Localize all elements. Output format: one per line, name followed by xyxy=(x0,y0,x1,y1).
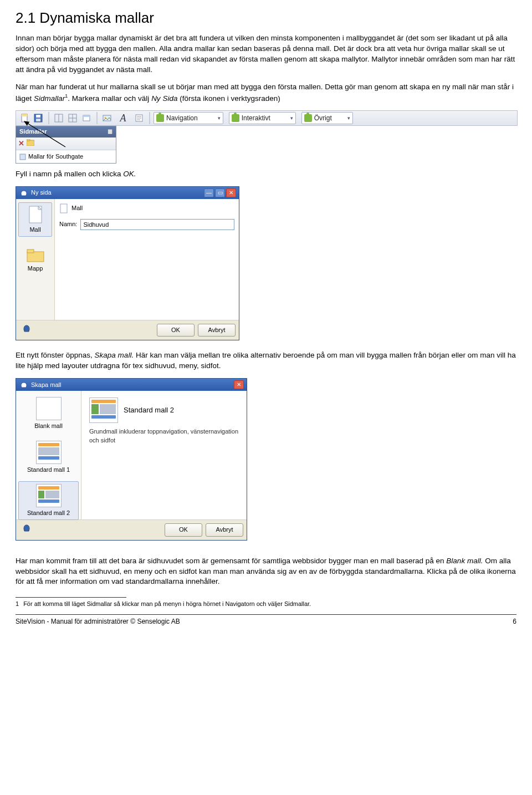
minimize-button[interactable]: — xyxy=(204,188,214,197)
para4-text-a: Ett nytt fönster öppnas, xyxy=(16,351,95,359)
puzzle-icon xyxy=(232,114,239,122)
hand-icon xyxy=(19,381,28,389)
dialog-button-bar: OK Avbryt xyxy=(16,320,239,340)
close-button[interactable]: ✕ xyxy=(234,380,244,389)
tree-item-label: Mallar för Southgate xyxy=(28,152,83,161)
font-icon[interactable]: A xyxy=(115,112,131,124)
svg-rect-20 xyxy=(20,154,25,160)
save-icon[interactable] xyxy=(32,112,44,124)
footer-separator xyxy=(16,614,516,615)
dd-label: Navigation xyxy=(166,114,198,123)
hand-icon xyxy=(19,189,28,197)
footer-page-number: 6 xyxy=(513,617,516,626)
skapa-right-desc: Grundmall inkluderar toppnavigation, vän… xyxy=(89,427,240,445)
panel-title: Sidmallar xyxy=(19,128,47,136)
cancel-button[interactable]: Avbryt xyxy=(198,324,236,337)
tree-item-mallar[interactable]: Mallar för Southgate xyxy=(19,152,112,161)
para3-ok: OK. xyxy=(123,170,136,178)
svg-rect-24 xyxy=(27,252,44,262)
panel-header: Sidmallar ≣ xyxy=(16,126,116,137)
ny-sida-dialog: Ny sida — ▭ ✕ Mall Mapp Mall Namn: xyxy=(16,186,239,340)
titlebar: Ny sida — ▭ ✕ xyxy=(16,187,239,199)
layout-icon[interactable] xyxy=(53,112,65,124)
option-blank-mall[interactable]: Blank mall xyxy=(18,394,79,433)
template-icon xyxy=(19,154,26,160)
para2-text-e: (första ikonen i verktygsraden) xyxy=(177,94,280,102)
toolbar-separator xyxy=(96,112,98,124)
blank-thumb xyxy=(36,397,62,420)
dialog-button-bar: OK Avbryt xyxy=(16,519,247,539)
para3-text: Fyll i namn på mallen och klicka xyxy=(16,170,123,178)
folder-icon xyxy=(26,247,45,263)
para2-text-c: . Markera mallar och välj xyxy=(68,94,151,102)
svg-rect-1 xyxy=(22,114,27,116)
svg-rect-3 xyxy=(36,115,40,118)
skapa-mall-dialog: Skapa mall ✕ Blank mall Standard mall 1 xyxy=(16,378,247,540)
interaktivt-dropdown[interactable]: Interaktivt ▾ xyxy=(229,112,296,124)
close-button[interactable]: ✕ xyxy=(226,188,236,197)
panel-body: Mallar för Southgate xyxy=(16,150,116,163)
left-option-mall[interactable]: Mall xyxy=(18,202,52,237)
sidmallar-panel: Sidmallar ≣ ✕ Mallar för Southgate xyxy=(16,126,116,164)
svg-rect-26 xyxy=(60,204,67,213)
navigation-dropdown[interactable]: Navigation ▾ xyxy=(154,112,223,124)
page-icon xyxy=(27,205,44,224)
cancel-button[interactable]: Avbryt xyxy=(206,523,243,536)
name-input[interactable] xyxy=(80,219,234,230)
chevron-down-icon: ▾ xyxy=(347,115,350,122)
toolbar-separator xyxy=(149,112,150,124)
page-footer: SiteVision - Manual för administratörer … xyxy=(16,617,516,626)
dialog-right-pane: Mall Namn: xyxy=(55,199,239,320)
text-block-icon[interactable] xyxy=(133,112,145,124)
option-label: Blank mall xyxy=(34,422,63,430)
dd-label: Övrigt xyxy=(314,114,332,123)
maximize-button[interactable]: ▭ xyxy=(215,188,225,197)
ok-button[interactable]: OK xyxy=(157,324,195,337)
option-label: Standard mall 1 xyxy=(27,466,70,474)
skapa-right-pane: Standard mall 2 Grundmall inkluderar top… xyxy=(81,391,247,519)
std2-thumb-big xyxy=(89,398,118,423)
svg-rect-25 xyxy=(27,249,34,253)
left-option-mapp[interactable]: Mapp xyxy=(18,244,52,276)
paragraph-1: Innan man börjar bygga mallar dynamiskt … xyxy=(16,33,516,75)
right-header: Mall xyxy=(71,204,83,212)
option-standard-mall-2[interactable]: Standard mall 2 xyxy=(18,481,79,520)
svg-rect-11 xyxy=(83,115,90,117)
window-title: Ny sida xyxy=(31,188,52,197)
ok-button[interactable]: OK xyxy=(165,523,202,536)
page-icon xyxy=(59,203,68,213)
main-toolbar: A Navigation ▾ Interaktivt ▾ Övrigt ▾ xyxy=(16,110,518,126)
paragraph-4: Ett nytt fönster öppnas, Skapa mall. Här… xyxy=(16,350,516,371)
window-title: Skapa mall xyxy=(31,381,61,389)
ovrigt-dropdown[interactable]: Övrigt ▾ xyxy=(301,112,353,124)
image-icon[interactable] xyxy=(101,112,113,124)
delete-icon[interactable]: ✕ xyxy=(18,139,24,149)
skapa-right-title: Standard mall 2 xyxy=(124,405,174,415)
footnote-1: 1 För att komma till läget Sidmallar så … xyxy=(16,600,516,608)
name-label: Namn: xyxy=(59,220,77,228)
grid-icon[interactable] xyxy=(66,112,79,124)
panel-toolbar: ✕ xyxy=(16,137,116,150)
panel-menu-icon[interactable]: ≣ xyxy=(108,128,112,136)
left-option-label: Mapp xyxy=(28,264,43,273)
puzzle-icon xyxy=(304,114,312,122)
option-standard-mall-1[interactable]: Standard mall 1 xyxy=(18,438,79,477)
new-page-icon[interactable] xyxy=(18,112,30,124)
svg-rect-19 xyxy=(27,139,30,141)
para5-blankmall: Blank mall. xyxy=(446,557,483,565)
chevron-down-icon: ▾ xyxy=(290,115,293,122)
para2-sidmallar: Sidmallar xyxy=(34,94,65,102)
toolbar-separator xyxy=(48,112,49,124)
para4-skapamall: Skapa mall. xyxy=(95,351,134,359)
footer-left: SiteVision - Manual för administratörer … xyxy=(16,617,180,626)
skapa-left-list: Blank mall Standard mall 1 xyxy=(16,391,81,519)
folder-icon[interactable] xyxy=(27,139,34,148)
para5-text-a: Har man kommit fram till att det bara är… xyxy=(16,557,446,565)
left-option-label: Mall xyxy=(29,226,40,234)
heading-dynamiska-mallar: 2.1 Dynamiska mallar xyxy=(16,8,516,28)
toolbar-figure: A Navigation ▾ Interaktivt ▾ Övrigt ▾ Si… xyxy=(16,110,516,164)
skapa-right-header: Standard mall 2 xyxy=(89,398,240,423)
hand-icon xyxy=(22,523,30,531)
footnote-separator xyxy=(16,597,126,598)
preview-icon[interactable] xyxy=(80,112,93,124)
